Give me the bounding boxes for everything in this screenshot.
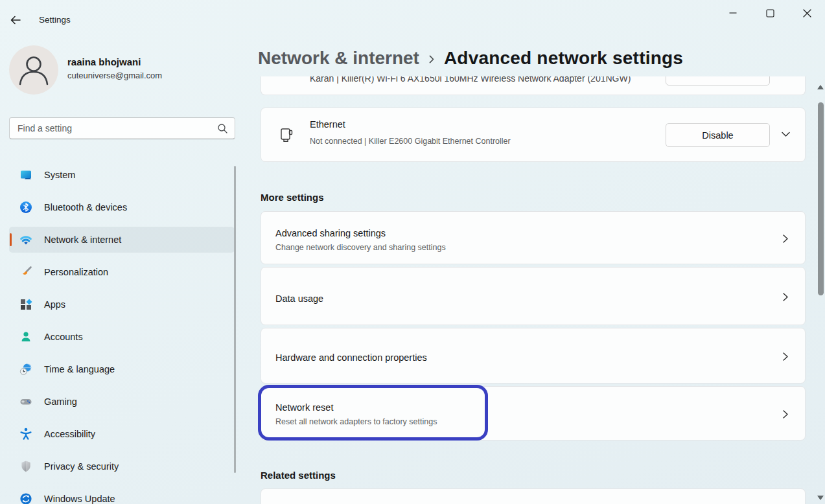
wifi-icon xyxy=(19,233,32,246)
section-header-more-settings: More settings xyxy=(261,192,324,203)
avatar xyxy=(9,45,58,95)
sidebar-item-label: Network & internet xyxy=(44,235,121,245)
sidebar-item-gaming[interactable]: Gaming xyxy=(9,389,235,415)
personalization-brush-icon xyxy=(19,266,32,279)
windows-update-icon xyxy=(19,492,32,504)
scrollbar-thumb[interactable] xyxy=(818,102,824,295)
profile-name: raaina bhojwani xyxy=(67,56,141,67)
window-title: Settings xyxy=(39,15,71,25)
sidebar-item-accounts[interactable]: Accounts xyxy=(9,324,235,350)
sidebar-item-label: Accessibility xyxy=(44,429,95,439)
card-title: Advanced sharing settings xyxy=(275,228,386,238)
apps-icon xyxy=(19,298,32,311)
card-subtitle: Reset all network adapters to factory se… xyxy=(275,417,437,426)
minimize-button[interactable] xyxy=(723,6,743,19)
page-title: Advanced network settings xyxy=(444,48,683,69)
chevron-right-icon xyxy=(782,352,789,361)
accounts-icon xyxy=(19,330,32,343)
maximize-icon xyxy=(766,9,774,17)
card-title: Hardware and connection properties xyxy=(275,352,427,363)
sidebar-item-label: System xyxy=(44,170,75,180)
expander-chevron-down-icon[interactable] xyxy=(781,130,791,139)
card-subtitle: Change network discovery and sharing set… xyxy=(275,243,446,252)
breadcrumb-parent[interactable]: Network & internet xyxy=(258,48,419,69)
sidebar-item-accessibility[interactable]: Accessibility xyxy=(9,421,235,447)
sidebar-item-bluetooth-devices[interactable]: Bluetooth & devices xyxy=(9,194,235,220)
gaming-icon xyxy=(19,395,32,408)
chevron-right-icon xyxy=(782,234,789,244)
card-title: Network reset xyxy=(275,402,333,413)
sidebar-item-personalization[interactable]: Personalization xyxy=(9,259,235,285)
sidebar-item-label: Gaming xyxy=(44,396,77,407)
related-settings-card-clipped[interactable] xyxy=(261,488,806,504)
ethernet-icon xyxy=(278,126,296,144)
accessibility-icon xyxy=(19,428,32,441)
sidebar-item-label: Windows Update xyxy=(44,494,115,504)
advanced-sharing-settings-card[interactable]: Advanced sharing settings Change network… xyxy=(261,211,806,264)
scrollbar-down-arrow[interactable] xyxy=(817,496,824,500)
sidebar-item-label: Bluetooth & devices xyxy=(44,202,127,212)
breadcrumb-chevron-icon xyxy=(428,52,436,65)
sidebar-item-apps[interactable]: Apps xyxy=(9,292,235,317)
sidebar-scrollbar[interactable] xyxy=(234,166,236,473)
search-box xyxy=(9,117,235,139)
sidebar-item-privacy-security[interactable]: Privacy & security xyxy=(9,453,235,479)
sidebar-item-label: Privacy & security xyxy=(44,461,119,472)
sidebar-item-system[interactable]: System xyxy=(9,162,235,188)
breadcrumb: Network & internet Advanced network sett… xyxy=(258,48,683,69)
search-icon xyxy=(217,123,228,134)
back-button[interactable] xyxy=(9,14,22,27)
network-reset-card[interactable]: Network reset Reset all network adapters… xyxy=(261,386,806,441)
chevron-right-icon xyxy=(782,292,789,302)
bluetooth-icon xyxy=(19,201,32,214)
disable-button[interactable]: Disable xyxy=(666,123,770,147)
sidebar-item-label: Accounts xyxy=(44,332,83,342)
sidebar-item-label: Apps xyxy=(44,299,65,310)
hardware-connection-properties-card[interactable]: Hardware and connection properties xyxy=(261,328,806,384)
wifi-adapter-row-clipped[interactable]: Karan | Killer(R) Wi-Fi 6 AX1650i 160MHz… xyxy=(261,76,806,95)
profile-email: cuteuniverse@gmail.com xyxy=(67,71,162,80)
scrollbar-up-arrow[interactable] xyxy=(817,85,824,89)
ethernet-subtitle: Not connected | Killer E2600 Gigabit Eth… xyxy=(310,137,511,146)
section-header-related-settings: Related settings xyxy=(261,470,336,481)
wifi-adapter-text: Karan | Killer(R) Wi-Fi 6 AX1650i 160MHz… xyxy=(310,76,631,84)
search-input[interactable] xyxy=(10,118,235,139)
maximize-button[interactable] xyxy=(760,6,780,19)
time-language-icon xyxy=(19,363,32,376)
ethernet-title: Ethernet xyxy=(310,119,345,130)
privacy-shield-icon xyxy=(19,460,32,473)
minimize-icon xyxy=(729,9,737,17)
sidebar-item-windows-update[interactable]: Windows Update xyxy=(9,486,235,504)
close-button[interactable] xyxy=(797,6,817,19)
selected-accent-bar xyxy=(10,233,12,246)
sidebar-item-label: Personalization xyxy=(44,267,108,277)
sidebar-item-time-language[interactable]: Time & language xyxy=(9,356,235,382)
titlebar: Settings xyxy=(0,0,825,31)
sidebar-nav: System Bluetooth & devices Network & int… xyxy=(9,162,235,504)
data-usage-card[interactable]: Data usage xyxy=(261,267,806,325)
close-icon xyxy=(803,9,811,17)
sidebar-item-label: Time & language xyxy=(44,364,115,374)
sidebar-item-network-internet[interactable]: Network & internet xyxy=(9,227,235,253)
back-arrow-icon xyxy=(9,14,22,27)
chevron-right-icon xyxy=(782,409,789,419)
settings-window: Settings raaina bhojwani cuteuniverse@gm… xyxy=(0,0,825,504)
ethernet-row[interactable]: Ethernet Not connected | Killer E2600 Gi… xyxy=(261,108,806,162)
person-icon xyxy=(9,45,58,95)
system-icon xyxy=(19,168,32,181)
card-title: Data usage xyxy=(275,293,323,304)
clipped-button[interactable] xyxy=(666,76,770,86)
